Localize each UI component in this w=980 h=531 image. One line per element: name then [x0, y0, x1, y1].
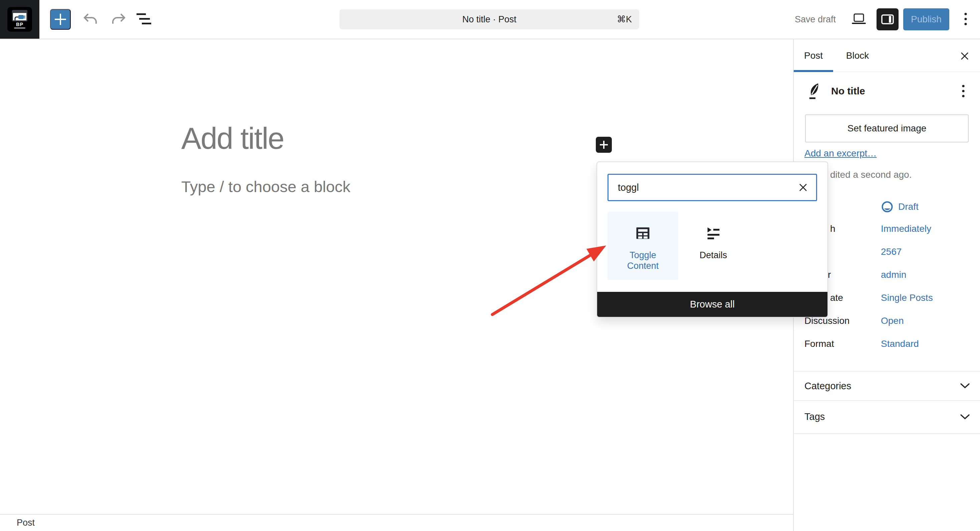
document-title: No title	[831, 86, 865, 97]
row-label-fragment: ate	[830, 293, 843, 303]
post-actions-menu-button[interactable]	[954, 80, 973, 102]
categories-panel-label: Categories	[804, 380, 851, 392]
author-value[interactable]: admin	[881, 269, 906, 280]
site-favicon-window-icon	[12, 10, 27, 21]
command-center-search[interactable]: No title · Post ⌘K	[339, 10, 639, 29]
tags-panel-toggle[interactable]: Tags	[794, 401, 980, 433]
site-icon: BP	[7, 7, 32, 32]
table-block-icon	[634, 225, 652, 242]
block-result-label: Toggle Content	[618, 250, 668, 271]
document-summary-header: No title	[794, 72, 980, 111]
list-view-icon	[135, 12, 153, 26]
summary-row-template: ate Single Posts	[804, 293, 972, 304]
preview-button[interactable]	[848, 8, 870, 30]
set-featured-image-button[interactable]: Set featured image	[805, 114, 969, 143]
sidebar-panel-icon	[881, 14, 894, 25]
command-center-shortcut: ⌘K	[617, 14, 632, 25]
clear-search-button[interactable]	[796, 181, 810, 194]
options-menu-button[interactable]	[955, 8, 977, 30]
editor-top-bar: BP No title · Post ⌘K Save draft	[0, 0, 980, 40]
add-excerpt-link[interactable]: Add an excerpt…	[804, 148, 877, 159]
tab-block-label: Block	[846, 51, 869, 61]
inserter-search	[608, 174, 817, 201]
site-icon-label: BP	[16, 22, 23, 27]
block-result-details[interactable]: Details	[678, 212, 749, 280]
link-value[interactable]: 2567	[881, 246, 902, 257]
publish-value[interactable]: Immediately	[881, 223, 931, 234]
summary-row-link: 2567	[804, 246, 972, 258]
tags-panel-label: Tags	[804, 411, 825, 422]
browse-all-button[interactable]: Browse all	[597, 292, 827, 317]
summary-row-publish: h Immediately	[804, 223, 972, 236]
block-inserter-button[interactable]	[596, 137, 612, 153]
status-value[interactable]: Draft	[881, 200, 919, 213]
format-value[interactable]: Standard	[881, 339, 919, 349]
tab-post[interactable]: Post	[794, 40, 833, 72]
details-block-icon	[705, 225, 722, 242]
tab-block[interactable]: Block	[838, 40, 877, 72]
chevron-down-icon	[960, 414, 970, 420]
plus-icon	[54, 13, 67, 26]
undo-icon	[83, 13, 98, 25]
site-icon-subtext	[14, 27, 25, 29]
summary-row-discussion: Discussion Open	[804, 315, 972, 328]
post-leaf-icon	[808, 83, 821, 100]
plug-icon	[14, 14, 26, 21]
ellipsis-icon	[962, 84, 965, 98]
last-edited-text: dited a second ago.	[830, 170, 912, 180]
summary-row-format: Format Standard	[804, 339, 972, 350]
discussion-value[interactable]: Open	[881, 315, 904, 326]
sidebar-tabs: Post Block	[794, 40, 980, 72]
block-result-label: Details	[688, 250, 738, 260]
empty-block-placeholder[interactable]: Type / to choose a block	[181, 178, 350, 196]
footer-breadcrumb-bar: Post	[0, 514, 793, 531]
close-sidebar-button[interactable]	[957, 49, 972, 63]
row-label: Format	[804, 339, 834, 349]
site-icon-button[interactable]: BP	[0, 0, 40, 39]
redo-icon	[111, 13, 126, 25]
settings-sidebar-toggle-button[interactable]	[877, 8, 899, 30]
draft-status-icon	[881, 200, 894, 213]
tab-post-label: Post	[804, 51, 823, 61]
row-label-fragment: h	[830, 223, 835, 234]
post-title-input[interactable]: Add title	[181, 121, 284, 156]
block-search-input[interactable]	[608, 174, 817, 201]
toggle-block-inserter-button[interactable]	[50, 9, 71, 30]
publish-button[interactable]: Publish	[903, 8, 949, 30]
command-center-title: No title · Post	[462, 14, 516, 25]
block-result-toggle-content[interactable]: Toggle Content	[608, 212, 678, 280]
breadcrumb[interactable]: Post	[17, 518, 35, 528]
plus-icon	[599, 140, 608, 149]
chevron-down-icon	[960, 383, 970, 389]
undo-button[interactable]	[80, 8, 102, 30]
document-overview-button[interactable]	[133, 8, 155, 30]
close-icon	[959, 51, 970, 61]
close-icon	[798, 182, 808, 192]
row-label-fragment: r	[828, 269, 831, 280]
categories-panel-toggle[interactable]: Categories	[794, 372, 980, 400]
quick-inserter-popover: Toggle Content Details Browse all	[597, 162, 828, 317]
save-draft-button[interactable]: Save draft	[795, 0, 836, 39]
redo-button[interactable]	[108, 8, 129, 30]
template-value[interactable]: Single Posts	[881, 293, 933, 303]
ellipsis-icon	[964, 12, 967, 26]
divider	[794, 433, 980, 434]
laptop-icon	[851, 13, 866, 25]
status-value-label: Draft	[898, 201, 919, 212]
summary-row-status: Draft	[804, 200, 972, 212]
summary-row-author: r admin	[804, 269, 972, 282]
